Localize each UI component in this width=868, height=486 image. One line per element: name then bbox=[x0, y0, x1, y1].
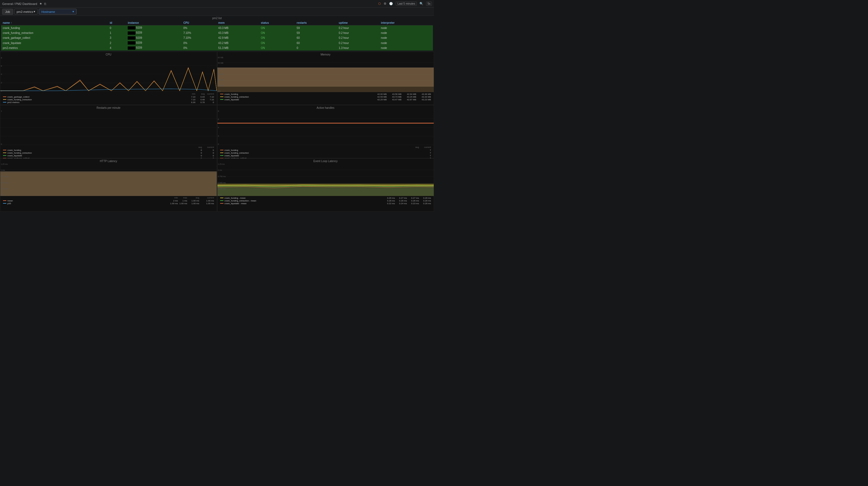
star-icon[interactable]: ★ bbox=[39, 2, 42, 5]
http-y-labels: 1.25 ms 1 ms 0.750 ms 0.500 ms 0.250 ms … bbox=[1, 163, 9, 196]
ah-cf: crank_funding 7 bbox=[220, 149, 431, 152]
cpu-chart-area: 8 6 4 2 0 bbox=[0, 57, 217, 92]
ah-cl: crank_liquidate 7 bbox=[220, 155, 431, 157]
event-loop-title: Event Loop Latency bbox=[217, 159, 434, 163]
active-handles-y-labels: 8 6 4 2 0 bbox=[218, 110, 219, 145]
instance-block bbox=[128, 31, 135, 35]
table-row[interactable]: crank_funding092090%43.3 MBON590.2 hourn… bbox=[1, 25, 433, 31]
col-name: name ↑ bbox=[1, 21, 108, 25]
restarts-cf: crank_funding 0 0 bbox=[3, 149, 214, 152]
memory-chart-title: Memory bbox=[217, 52, 434, 57]
table-row[interactable]: crank_liquidate292090%43.2 MBON600.2 hou… bbox=[1, 40, 433, 45]
instance-block bbox=[128, 26, 135, 30]
svg-rect-29 bbox=[217, 185, 434, 196]
mem-legend-cl: crank_liquidate 42.25 MB 43.47 MB 42.87 … bbox=[220, 98, 431, 101]
instance-block bbox=[128, 36, 135, 40]
http-latency-panel: HTTP Latency 1.25 ms 1 ms 0.750 ms 0.500… bbox=[0, 158, 217, 212]
restarts-chart-svg bbox=[0, 110, 217, 145]
refresh-rate[interactable]: 5s bbox=[426, 2, 432, 6]
event-loop-legend: crank_funding - mean 0.26 ms 0.27 ms 0.2… bbox=[217, 196, 434, 205]
hostname-dropdown-arrow: ▾ bbox=[72, 10, 74, 13]
cpu-chart-panel: CPU 8 6 4 2 0 bbox=[0, 52, 217, 105]
tab-hostname[interactable]: Hostname ▾ bbox=[39, 9, 76, 14]
col-id: id bbox=[108, 21, 126, 25]
active-handles-svg bbox=[217, 110, 434, 145]
http-mean: mean 2 ms 1 ms 1.00 ms 1.00 ms bbox=[3, 199, 214, 202]
col-mem: mem bbox=[217, 21, 259, 25]
cpu-chart-svg bbox=[0, 57, 217, 92]
legend-pm2: pm2-metrics 6.30 0.76 0 bbox=[3, 101, 214, 104]
http-latency-svg bbox=[0, 163, 217, 196]
tab-job[interactable]: Job bbox=[2, 9, 13, 15]
active-handles-chart-area: 8 6 4 2 0 bbox=[217, 110, 434, 145]
share-icon[interactable]: ⎘ bbox=[44, 2, 46, 5]
processes-table: name ↑ id instance CPU mem status restar… bbox=[1, 21, 433, 51]
restarts-chart-panel: Restarts per minute 1 0 avg current cran… bbox=[0, 105, 217, 158]
charts-grid: CPU 8 6 4 2 0 bbox=[0, 52, 434, 212]
svg-rect-18 bbox=[217, 123, 434, 124]
col-interpreter: interpreter bbox=[379, 21, 433, 25]
memory-chart-area: 60 MB 50 MB 40 MB 30 MB 20 MB 10 MB 0 B bbox=[217, 57, 434, 92]
pm2-list-header: pm2 list bbox=[0, 16, 434, 21]
col-uptime: uptime bbox=[337, 21, 379, 25]
event-loop-area: 1.25 ms 1 ms 0.750 ms 0.500 ms 0.250 ms … bbox=[217, 163, 434, 196]
memory-legend: crank_funding 42.00 MB 43.56 MB 42.94 MB… bbox=[217, 92, 434, 102]
legend-fe: crank_funding_extraction 7.10 0.48 7.10 bbox=[3, 98, 214, 101]
cpu-legend: min avg current crank_garbage_collect 7.… bbox=[0, 92, 217, 104]
table-header-row: name ↑ id instance CPU mem status restar… bbox=[1, 21, 433, 25]
event-loop-y-labels: 1.25 ms 1 ms 0.750 ms 0.500 ms 0.250 ms … bbox=[218, 163, 226, 196]
active-handles-title: Active handles bbox=[217, 105, 434, 110]
event-loop-svg bbox=[217, 163, 434, 196]
settings-icon[interactable]: ⚙ bbox=[384, 2, 386, 5]
instance-block bbox=[128, 41, 135, 44]
svg-rect-24 bbox=[0, 173, 217, 196]
gc-color bbox=[3, 96, 6, 97]
http-p95: p95 1.00 ms 1.00 ms 1.00 ms 1.00 ms bbox=[3, 202, 214, 205]
http-legend: min max avg current mean 2 ms 1 ms 1.00 … bbox=[0, 196, 217, 205]
hostname-input[interactable] bbox=[56, 10, 72, 13]
legend-gc: crank_garbage_collect 7.10 0.44 7.10 bbox=[3, 96, 214, 98]
col-status: status bbox=[259, 21, 295, 25]
restarts-cl: crank_liquidate 0 0 bbox=[3, 155, 214, 157]
clock-icon: 🕐 bbox=[389, 2, 393, 5]
mem-legend-cfe: crank_funding_extraction 42.59 MB 43.73 … bbox=[220, 96, 431, 98]
mem-legend-cf: crank_funding 42.00 MB 43.56 MB 42.94 MB… bbox=[220, 93, 431, 95]
col-cpu: CPU bbox=[182, 21, 217, 25]
fe-color bbox=[3, 99, 6, 100]
memory-chart-svg bbox=[217, 57, 434, 92]
instance-block bbox=[128, 46, 135, 50]
pm2-color bbox=[3, 102, 6, 102]
table-row[interactable]: crank_garbage_collect392097.10%42.9 MBON… bbox=[1, 36, 433, 40]
col-instance: instance bbox=[126, 21, 182, 25]
restarts-chart-area: 1 0 bbox=[0, 110, 217, 145]
active-handles-panel: Active handles 8 6 4 2 0 avg cu bbox=[217, 105, 434, 158]
grafana-icon: ⬡ bbox=[378, 2, 381, 5]
el-cfe-mean: crank_funding_extraction - mean 0.28 ms … bbox=[220, 199, 431, 202]
top-bar: General / PM2 Dashboard ★ ⎘ ⬡ ⚙ 🕐 Last 5… bbox=[0, 0, 434, 8]
dropdown-arrow: ▾ bbox=[34, 10, 35, 13]
tab-pm2-metrics[interactable]: pm2-metrics ▾ bbox=[14, 9, 38, 14]
ah-cfe: crank_funding_extraction 7 bbox=[220, 152, 431, 154]
event-loop-panel: Event Loop Latency 1.25 ms 1 ms 0.750 ms… bbox=[217, 158, 434, 212]
col-restarts: restarts bbox=[295, 21, 337, 25]
table-row[interactable]: crank_funding_extraction192097.10%43.3 M… bbox=[1, 30, 433, 35]
top-bar-right: ⬡ ⚙ 🕐 Last 5 minutes 🔍 5s bbox=[378, 2, 432, 6]
table-row[interactable]: pm2-metrics492090%51.3 MBON01.3 hournode bbox=[1, 45, 433, 50]
el-cl-mean: crank_liquidate - mean 0.22 ms 0.24 ms 0… bbox=[220, 202, 431, 205]
nav-bar: Job pm2-metrics ▾ Hostname ▾ bbox=[0, 8, 434, 16]
restarts-y-labels: 1 0 bbox=[1, 110, 2, 145]
restarts-cfe: crank_funding_extraction 0 0 bbox=[3, 152, 214, 154]
http-latency-area: 1.25 ms 1 ms 0.750 ms 0.500 ms 0.250 ms … bbox=[0, 163, 217, 196]
zoom-in-icon[interactable]: 🔍 bbox=[420, 2, 423, 5]
memory-chart-panel: Memory 60 MB 50 MB 40 MB 30 MB 20 MB 10 … bbox=[217, 52, 434, 105]
breadcrumb: General / PM2 Dashboard bbox=[2, 2, 37, 5]
processes-table-container: name ↑ id instance CPU mem status restar… bbox=[0, 21, 434, 51]
restarts-chart-title: Restarts per minute bbox=[0, 105, 217, 110]
el-cf-mean: crank_funding - mean 0.26 ms 0.27 ms 0.2… bbox=[220, 197, 431, 199]
time-range[interactable]: Last 5 minutes bbox=[396, 2, 417, 6]
http-latency-title: HTTP Latency bbox=[0, 159, 217, 163]
cpu-chart-title: CPU bbox=[0, 52, 217, 57]
